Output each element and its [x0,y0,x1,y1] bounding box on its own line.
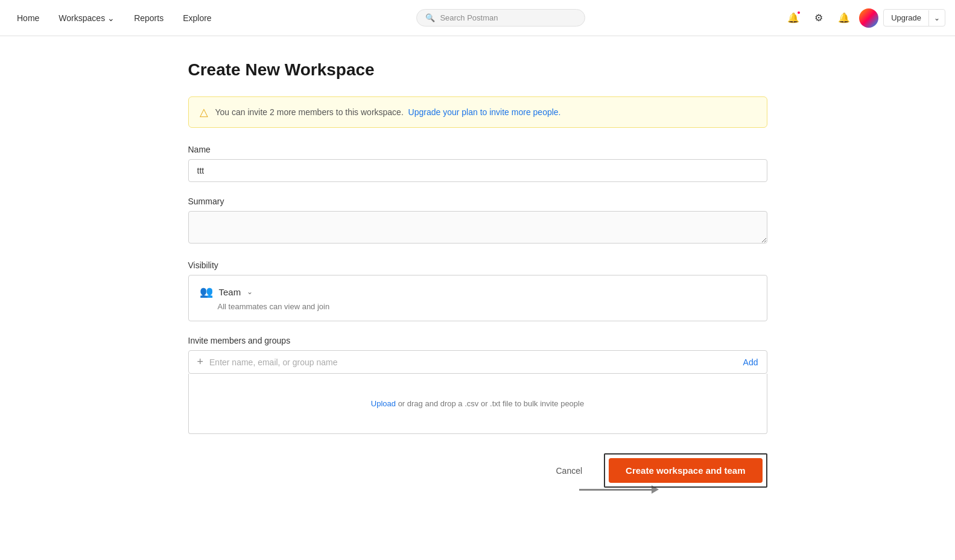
nav-workspaces[interactable]: Workspaces ⌄ [51,10,122,27]
search-icon: 🔍 [425,13,435,22]
settings-icon-btn[interactable]: ⚙ [808,8,829,28]
workspace-summary-input[interactable] [188,211,767,244]
alert-text: You can invite 2 more members to this wo… [215,107,561,117]
summary-label: Summary [188,197,767,206]
nav-left: Home Workspaces ⌄ Reports Explore [10,10,219,27]
search-bar[interactable]: 🔍 Search Postman [416,9,585,27]
invite-input[interactable] [209,357,737,367]
create-workspace-button[interactable]: Create workspace and team [609,458,762,483]
avatar[interactable] [859,8,878,28]
plus-icon: + [197,356,204,368]
upgrade-plan-link[interactable]: Upgrade your plan to invite more people. [408,107,561,117]
arrow-line [579,489,652,491]
nav-right: 🔔 ⚙ 🔔 Upgrade ⌄ [783,8,945,28]
gear-icon: ⚙ [814,12,823,24]
form-footer: Cancel Create workspace and team [188,453,767,488]
create-button-wrapper: Create workspace and team [604,453,767,488]
cancel-button[interactable]: Cancel [544,460,594,482]
upgrade-chevron-icon: ⌄ [928,10,945,26]
name-label: Name [188,145,767,154]
chevron-down-icon: ⌄ [107,13,115,23]
visibility-label: Visibility [188,260,767,270]
upload-link[interactable]: Upload [371,399,396,408]
visibility-chevron-icon: ⌄ [247,288,253,296]
warning-icon: △ [200,105,208,119]
invite-input-row: + Add [188,350,767,374]
upgrade-label: Upgrade [884,10,928,26]
upload-description: or drag and drop a .csv or .txt file to … [398,399,585,408]
summary-section: Summary [188,197,767,246]
invite-drop-area[interactable]: Upload or drag and drop a .csv or .txt f… [188,374,767,434]
add-invite-button[interactable]: Add [743,357,758,367]
workspace-name-input[interactable] [188,159,767,182]
nav-reports[interactable]: Reports [127,10,171,27]
activity-icon-btn[interactable]: 🔔 [783,8,804,28]
notifications-icon-btn[interactable]: 🔔 [834,8,854,28]
invite-label: Invite members and groups [188,336,767,345]
invite-section: Invite members and groups + Add Upload o… [188,336,767,434]
upgrade-btn[interactable]: Upgrade ⌄ [883,9,945,27]
main-content: Create New Workspace △ You can invite 2 … [176,36,779,524]
navbar: Home Workspaces ⌄ Reports Explore 🔍 Sear… [0,0,955,36]
nav-explore[interactable]: Explore [176,10,218,27]
visibility-dropdown[interactable]: 👥 Team ⌄ [200,285,756,298]
alert-banner: △ You can invite 2 more members to this … [188,96,767,128]
notification-dot [796,10,801,15]
visibility-section: Visibility 👥 Team ⌄ All teammates can vi… [188,260,767,321]
page-title: Create New Workspace [188,60,767,80]
nav-center: 🔍 Search Postman [219,9,783,27]
nav-home[interactable]: Home [10,10,46,27]
visibility-box: 👥 Team ⌄ All teammates can view and join [188,275,767,321]
page-wrapper: Home Workspaces ⌄ Reports Explore 🔍 Sear… [0,0,955,560]
bell-icon: 🔔 [838,12,850,24]
name-section: Name [188,145,767,182]
team-icon: 👥 [200,285,213,298]
visibility-description: All teammates can view and join [218,302,756,311]
visibility-type-label: Team [219,287,241,297]
